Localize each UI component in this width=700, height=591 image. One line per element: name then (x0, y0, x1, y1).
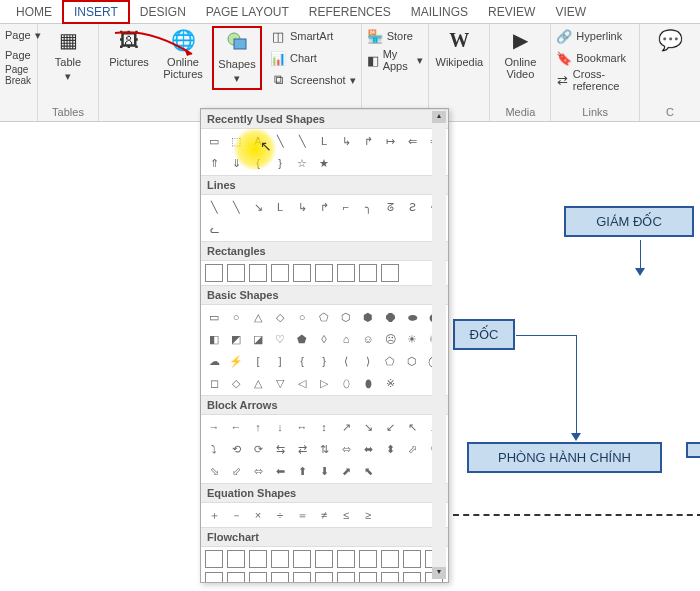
shape-option[interactable]: ⬟ (293, 330, 311, 348)
org-box-phong-hanh-chinh[interactable]: PHÒNG HÀNH CHÍNH (467, 442, 662, 473)
shape-option[interactable]: ╲ (293, 132, 311, 150)
store-button[interactable]: 🏪Store (367, 26, 424, 46)
shape-option[interactable]: Ƨ (403, 198, 421, 216)
shape-option[interactable]: ⇅ (315, 440, 333, 458)
shape-option[interactable]: ⬠ (315, 308, 333, 326)
wikipedia-button[interactable]: WWikipedia (434, 26, 484, 68)
scroll-up-icon[interactable]: ▴ (432, 111, 446, 123)
shape-option[interactable]: ⬮ (359, 374, 377, 392)
shape-option[interactable]: ◁ (293, 374, 311, 392)
shape-option[interactable]: ⬂ (205, 462, 223, 480)
shape-option[interactable] (403, 572, 421, 583)
shape-option[interactable]: ⬚ (227, 132, 245, 150)
shape-option[interactable]: ⬉ (359, 462, 377, 480)
tab-home[interactable]: HOME (6, 2, 62, 22)
shape-option[interactable]: ⇐ (403, 132, 421, 150)
tab-insert[interactable]: INSERT (62, 0, 130, 24)
tab-page-layout[interactable]: PAGE LAYOUT (196, 2, 299, 22)
shape-option[interactable]: ⬄ (337, 440, 355, 458)
shape-option[interactable]: L (315, 132, 333, 150)
table-button[interactable]: ▦Table▾ (43, 26, 93, 82)
shape-option[interactable] (381, 572, 399, 583)
shape-option[interactable]: ○ (227, 308, 245, 326)
shape-option[interactable]: ← (227, 418, 245, 436)
shape-option[interactable]: ⬄ (249, 462, 267, 480)
blank-page[interactable]: Page (5, 46, 40, 64)
shape-option[interactable]: ↳ (337, 132, 355, 150)
shape-option[interactable]: ＝ (293, 506, 311, 524)
chart-button[interactable]: 📊Chart (270, 48, 356, 68)
shape-option[interactable]: → (205, 418, 223, 436)
shape-option[interactable]: ※ (381, 374, 399, 392)
shape-option[interactable]: ] (271, 352, 289, 370)
shape-option[interactable] (359, 550, 377, 568)
shape-option[interactable] (227, 264, 245, 282)
shape-option[interactable]: △ (249, 308, 267, 326)
my-apps-button[interactable]: ◧My Apps ▾ (367, 50, 424, 70)
scrollbar[interactable]: ▴▾ (432, 111, 446, 579)
shape-option[interactable]: ⬠ (381, 352, 399, 370)
shape-option[interactable]: ↦ (381, 132, 399, 150)
shape-option[interactable]: ⟲ (227, 440, 245, 458)
shape-option[interactable]: ★ (315, 154, 333, 172)
shape-option[interactable]: ⬡ (403, 352, 421, 370)
shape-option[interactable]: ↳ (293, 198, 311, 216)
shape-option[interactable]: ≥ (359, 506, 377, 524)
shape-option[interactable] (227, 550, 245, 568)
shape-option[interactable] (337, 264, 355, 282)
screenshot-button[interactable]: ⧉Screenshot ▾ (270, 70, 356, 90)
shape-option[interactable] (205, 572, 223, 583)
shape-option[interactable]: ▷ (315, 374, 333, 392)
shape-option[interactable]: ♡ (271, 330, 289, 348)
shape-option[interactable] (249, 550, 267, 568)
shape-option[interactable] (271, 550, 289, 568)
shape-option[interactable] (293, 550, 311, 568)
shape-option[interactable]: ⬍ (381, 440, 399, 458)
shape-option[interactable] (205, 550, 223, 568)
shape-option[interactable]: ⬀ (403, 440, 421, 458)
cover-page[interactable]: Page ▾ (5, 26, 40, 44)
online-video-button[interactable]: ▶Online Video (495, 26, 545, 80)
shape-option[interactable]: ◇ (271, 308, 289, 326)
shape-option[interactable]: ○ (293, 308, 311, 326)
shape-option[interactable] (271, 264, 289, 282)
shape-option[interactable]: ↘ (249, 198, 267, 216)
shape-option[interactable]: ⬡ (337, 308, 355, 326)
shape-option[interactable]: ᘔ (381, 198, 399, 216)
shape-option[interactable]: ⬢ (359, 308, 377, 326)
shape-option[interactable]: } (271, 154, 289, 172)
shape-option[interactable]: ↘ (359, 418, 377, 436)
shape-option[interactable]: ≠ (315, 506, 333, 524)
shape-option[interactable]: ╮ (359, 198, 377, 216)
shape-option[interactable]: ⬯ (337, 374, 355, 392)
org-box-partial[interactable] (686, 442, 700, 458)
shape-option[interactable]: ＋ (205, 506, 223, 524)
shape-option[interactable]: △ (249, 374, 267, 392)
shape-option[interactable]: ☁ (205, 352, 223, 370)
shape-option[interactable]: ⬌ (359, 440, 377, 458)
shape-option[interactable] (315, 264, 333, 282)
tab-view[interactable]: VIEW (545, 2, 596, 22)
shape-option[interactable]: ◻ (205, 374, 223, 392)
tab-design[interactable]: DESIGN (130, 2, 196, 22)
shape-option[interactable]: ⬃ (227, 462, 245, 480)
shape-option[interactable] (205, 264, 223, 282)
smartart-button[interactable]: ◫SmartArt (270, 26, 356, 46)
shape-option[interactable] (293, 572, 311, 583)
shape-option[interactable]: － (227, 506, 245, 524)
shapes-button[interactable]: Shapes▾ (212, 26, 262, 90)
shape-option[interactable] (381, 550, 399, 568)
shape-option[interactable]: ↓ (271, 418, 289, 436)
shape-option[interactable] (337, 572, 355, 583)
shape-option[interactable]: { (293, 352, 311, 370)
shape-option[interactable]: ≤ (337, 506, 355, 524)
shape-option[interactable]: ↕ (315, 418, 333, 436)
tab-mailings[interactable]: MAILINGS (401, 2, 478, 22)
shape-option[interactable]: ↑ (249, 418, 267, 436)
shape-option[interactable]: × (249, 506, 267, 524)
shape-option[interactable]: ⇑ (205, 154, 223, 172)
shape-option[interactable] (315, 550, 333, 568)
shape-option[interactable]: ◇ (227, 374, 245, 392)
shape-option[interactable] (315, 572, 333, 583)
shape-option[interactable] (227, 572, 245, 583)
